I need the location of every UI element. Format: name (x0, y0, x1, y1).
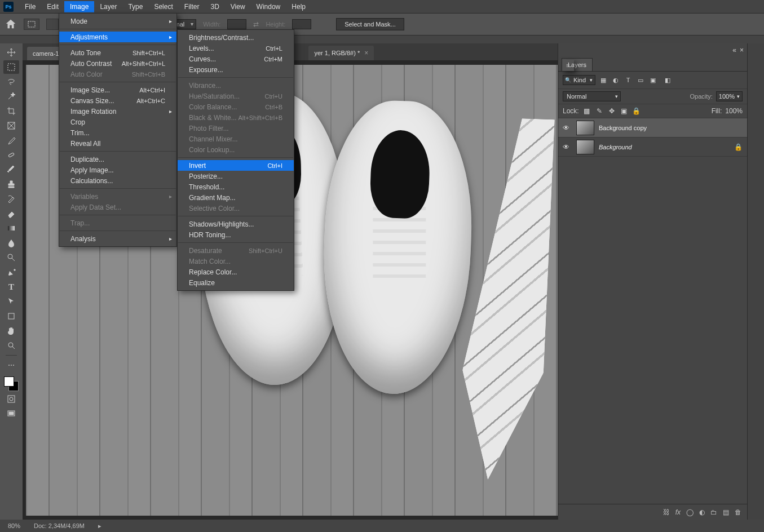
lock-paint-icon[interactable]: ✎ (595, 107, 604, 116)
adjustments-menu-item[interactable]: Equalize (178, 277, 294, 288)
visibility-icon[interactable]: 👁 (563, 143, 572, 151)
fill-input[interactable]: 100% (725, 107, 743, 115)
image-menu-item[interactable]: Mode▸ (59, 16, 176, 26)
menu-window[interactable]: Window (251, 1, 286, 12)
adjustments-menu-item[interactable]: Shadows/Highlights... (178, 219, 294, 229)
fx-icon[interactable]: fx (675, 508, 681, 516)
swap-icon[interactable]: ⇄ (253, 20, 259, 28)
layer-name[interactable]: Background copy (599, 125, 647, 131)
marquee-tool-icon[interactable] (3, 60, 19, 74)
image-menu-item[interactable]: Image Rotation▸ (59, 106, 176, 117)
selection-new-icon[interactable] (46, 19, 59, 30)
group-icon[interactable]: 🗀 (710, 508, 717, 516)
close-icon[interactable]: × (364, 49, 368, 57)
adjustments-menu-item[interactable]: Curves...Ctrl+M (178, 54, 294, 64)
visibility-icon[interactable]: 👁 (563, 124, 572, 132)
menu-layer[interactable]: Layer (94, 1, 122, 12)
status-chevron-icon[interactable]: ▸ (98, 522, 101, 530)
document-tab[interactable]: yer 1, RGB/8#) * × (308, 46, 374, 60)
image-menu-item[interactable]: Auto ContrastAlt+Shift+Ctrl+L (59, 58, 176, 69)
menu-file[interactable]: File (19, 1, 41, 12)
history-brush-tool-icon[interactable] (3, 192, 19, 206)
crop-tool-icon[interactable] (3, 104, 19, 118)
menu-select[interactable]: Select (148, 1, 178, 12)
eraser-tool-icon[interactable] (3, 207, 19, 220)
image-menu-item[interactable]: Canvas Size...Alt+Ctrl+C (59, 95, 176, 106)
filter-pixel-icon[interactable]: ▦ (599, 76, 608, 85)
menu-type[interactable]: Type (122, 1, 148, 12)
stamp-tool-icon[interactable] (3, 178, 19, 191)
panel-menu-icon[interactable]: ≡ (562, 60, 574, 71)
menu-filter[interactable]: Filter (179, 1, 205, 12)
zoom-tool-icon[interactable] (3, 339, 19, 352)
lock-position-icon[interactable]: ✥ (607, 107, 616, 116)
dodge-tool-icon[interactable] (3, 251, 19, 264)
select-and-mask-button[interactable]: Select and Mask... (336, 18, 404, 30)
path-select-tool-icon[interactable] (3, 295, 19, 308)
menu-edit[interactable]: Edit (41, 1, 64, 12)
home-icon[interactable] (5, 18, 17, 30)
frame-tool-icon[interactable] (3, 119, 19, 132)
lock-all-icon[interactable]: 🔒 (632, 107, 641, 116)
image-menu-item[interactable]: Image Size...Alt+Ctrl+I (59, 85, 176, 95)
image-menu-item[interactable]: Analysis▸ (59, 233, 176, 244)
filter-shape-icon[interactable]: ▭ (636, 76, 645, 85)
zoom-level[interactable]: 80% (8, 522, 20, 529)
edit-toolbar-icon[interactable]: ⋯ (3, 358, 19, 372)
new-layer-icon[interactable]: ▤ (723, 508, 729, 516)
blend-mode-select[interactable]: Normal (563, 91, 621, 101)
filter-adjust-icon[interactable]: ◐ (611, 76, 620, 85)
mask-icon[interactable]: ◯ (686, 508, 694, 516)
color-swatch[interactable] (4, 376, 19, 391)
adjustments-menu-item[interactable]: Threshold... (178, 181, 294, 192)
menu-3d[interactable]: 3D (205, 1, 224, 12)
close-icon[interactable]: × (740, 46, 744, 54)
pen-tool-icon[interactable] (3, 265, 19, 279)
type-tool-icon[interactable]: T (3, 280, 19, 294)
image-menu-item[interactable]: Reveal All (59, 138, 176, 149)
brush-tool-icon[interactable] (3, 163, 19, 176)
layer-filter-kind[interactable]: Kind (563, 75, 595, 85)
menu-image[interactable]: Image (64, 1, 94, 12)
adjustments-menu-item[interactable]: Posterize... (178, 171, 294, 181)
adjustments-menu-item[interactable]: HDR Toning... (178, 229, 294, 240)
image-menu-item[interactable]: Calculations... (59, 175, 176, 186)
magic-wand-tool-icon[interactable] (3, 90, 19, 103)
menu-view[interactable]: View (225, 1, 251, 12)
layer-name[interactable]: Background (599, 144, 632, 150)
layer-row[interactable]: 👁Background copy (558, 118, 747, 138)
tool-preset-picker[interactable] (24, 19, 39, 30)
lock-artboard-icon[interactable]: ▣ (620, 107, 629, 116)
layer-thumbnail[interactable] (576, 140, 594, 154)
filter-smart-icon[interactable]: ▣ (648, 76, 657, 85)
adjustment-layer-icon[interactable]: ◐ (699, 508, 705, 516)
hand-tool-icon[interactable] (3, 324, 19, 338)
move-tool-icon[interactable] (3, 46, 19, 59)
collapsed-panel-strip[interactable] (747, 43, 764, 520)
image-menu-item[interactable]: Crop (59, 117, 176, 127)
menu-help[interactable]: Help (286, 1, 311, 12)
image-menu-item[interactable]: Trim... (59, 127, 176, 138)
shape-tool-icon[interactable] (3, 309, 19, 323)
opacity-input[interactable]: 100% (716, 91, 743, 101)
image-menu-item[interactable]: Apply Image... (59, 165, 176, 175)
image-menu-item[interactable]: Adjustments▸ (59, 32, 176, 42)
filter-toggle-icon[interactable]: ◧ (663, 76, 672, 85)
link-layers-icon[interactable]: ⛓ (663, 508, 670, 516)
filter-type-icon[interactable]: T (624, 76, 633, 85)
adjustments-menu-item[interactable]: Replace Color... (178, 267, 294, 277)
screen-mode-icon[interactable] (3, 407, 19, 420)
layer-row[interactable]: 👁Background🔒 (558, 138, 747, 157)
healing-tool-icon[interactable] (3, 148, 19, 162)
lasso-tool-icon[interactable] (3, 75, 19, 88)
layer-thumbnail[interactable] (576, 121, 594, 135)
lock-pixels-icon[interactable]: ▩ (582, 107, 591, 116)
image-menu-item[interactable]: Duplicate... (59, 154, 176, 165)
collapse-icon[interactable]: « (732, 46, 736, 54)
delete-layer-icon[interactable]: 🗑 (735, 508, 741, 516)
quick-mask-icon[interactable] (3, 392, 19, 406)
adjustments-menu-item[interactable]: InvertCtrl+I (178, 160, 294, 171)
blur-tool-icon[interactable] (3, 236, 19, 250)
gradient-tool-icon[interactable] (3, 221, 19, 235)
eyedropper-tool-icon[interactable] (3, 134, 19, 147)
